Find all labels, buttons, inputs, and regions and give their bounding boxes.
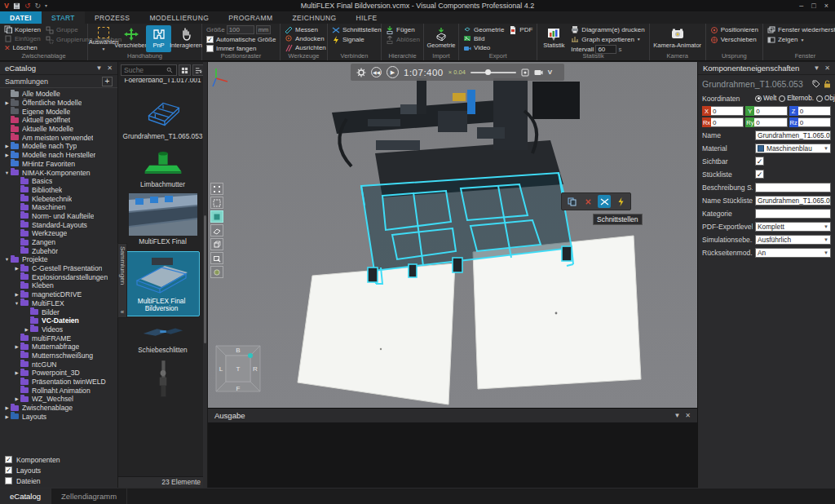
close-panel-icon[interactable]: ✕ xyxy=(685,412,691,419)
tree-item[interactable]: ▶Öffentliche Modelle xyxy=(0,99,117,108)
ribbon-loeschen-button[interactable]: ✕ Löschen xyxy=(2,44,42,52)
pdf-exportlevel-select[interactable]: Komplett▼ xyxy=(755,222,831,232)
tree-item[interactable]: ntcGUN xyxy=(0,360,117,369)
tree-item[interactable]: Kleben xyxy=(0,281,117,290)
redo-icon[interactable]: ↻ xyxy=(35,2,42,10)
customize-toolbar-icon[interactable]: ▾ xyxy=(45,2,47,10)
tree-item[interactable]: Norm- und Kaufteile xyxy=(0,212,117,221)
tree-item[interactable]: Aktuell geöffnet xyxy=(0,116,117,125)
ribbon-ausrichten-button[interactable]: Ausrichten xyxy=(283,44,328,52)
grid-unit-select[interactable]: mm xyxy=(256,25,272,34)
expander-closed-icon[interactable]: ▶ xyxy=(3,405,11,410)
play-button[interactable]: ▶ xyxy=(387,66,399,78)
search-box[interactable] xyxy=(121,64,177,76)
expander-open-icon[interactable]: ▼ xyxy=(3,257,11,262)
catalog-item[interactable]: Schiebeschlitten xyxy=(123,321,202,355)
expander-open-icon[interactable]: ▼ xyxy=(3,170,11,175)
expander-closed-icon[interactable]: ▶ xyxy=(13,292,20,297)
delete-component-icon[interactable] xyxy=(581,195,594,208)
radio-objekt[interactable]: Objekt xyxy=(816,95,835,102)
bom-name-field[interactable]: Grundrahmen_T1.065.053 xyxy=(755,196,831,206)
radio-elternobjekt[interactable]: Elternob. xyxy=(779,95,814,102)
tab-programm[interactable]: PROGRAMM xyxy=(219,11,282,24)
close-panel-icon[interactable]: ✕ xyxy=(824,64,830,72)
pin-icon[interactable]: ▼ xyxy=(95,64,102,72)
tree-item[interactable]: ▶Zwischenablage xyxy=(0,404,117,413)
radio-welt[interactable]: Welt xyxy=(755,95,776,102)
axis-value-field[interactable]: 0 xyxy=(798,117,831,127)
ribbon-kamera-animator-button[interactable]: Kamera-Animator xyxy=(652,25,703,52)
cube-front-label[interactable]: F xyxy=(236,385,241,392)
tree-item[interactable]: Bibliothek xyxy=(0,186,117,195)
view-cube[interactable]: B L T R F xyxy=(214,344,262,395)
cube-left-label[interactable]: L xyxy=(219,365,223,373)
material-select[interactable]: Maschinenblau▼ xyxy=(755,144,831,153)
speed-slider[interactable] xyxy=(471,72,516,73)
bom-description-field[interactable] xyxy=(755,183,831,192)
backface-mode-select[interactable]: An▼ xyxy=(755,248,831,258)
ribbon-auto-groesse-checkbox[interactable]: ✓ Automatische Größe xyxy=(205,36,277,43)
box-select-icon[interactable] xyxy=(210,238,223,250)
tree-item[interactable]: ▶magneticDRIVE xyxy=(0,290,117,299)
ribbon-fenster-wiederherstellen-button[interactable]: Fenster wiederherstellen xyxy=(766,25,835,34)
tree-item[interactable]: Eigene Modelle xyxy=(0,107,117,116)
tree-item[interactable]: MHintz Favoriten xyxy=(0,160,117,169)
ribbon-schnittstellen-button[interactable]: Schnittstellen xyxy=(330,25,383,34)
catalog-item[interactable]: MultiFLEX Final xyxy=(123,193,202,246)
tree-item[interactable]: Zangen xyxy=(0,238,117,247)
tree-item[interactable]: Präsentation twinWELD xyxy=(0,378,117,387)
expander-closed-icon[interactable]: ▶ xyxy=(3,153,11,157)
search-input[interactable] xyxy=(124,66,166,74)
ribbon-statistik-button[interactable]: Statistik xyxy=(540,25,568,52)
save-icon[interactable] xyxy=(13,2,20,10)
ribbon-export-video-button[interactable]: Video xyxy=(462,44,506,52)
signals-toggle-icon[interactable] xyxy=(614,195,627,208)
ribbon-signale-button[interactable]: Signale xyxy=(330,35,383,44)
ribbon-andocken-button[interactable]: Andocken xyxy=(283,34,328,42)
ribbon-zeigen-button[interactable]: Zeigen ▼ xyxy=(766,35,835,44)
ribbon-interagieren-button[interactable]: Interagieren xyxy=(173,25,199,52)
reset-simulation-button[interactable]: ◀◀ xyxy=(371,67,382,77)
tree-item[interactable]: Maschinen xyxy=(0,203,117,212)
tree-item[interactable]: Mutternschweißung xyxy=(0,351,117,360)
viewport-3d[interactable]: ◀◀ ▶ 1:07:400 × 0.04 V xyxy=(208,62,697,408)
lock-icon[interactable] xyxy=(824,80,831,88)
ribbon-abloesen-button[interactable]: Ablösen xyxy=(384,35,422,44)
axis-value-field[interactable]: 0 xyxy=(754,106,787,116)
tab-prozess[interactable]: PROZESS xyxy=(85,11,139,24)
expander-closed-icon[interactable]: ▶ xyxy=(13,396,20,401)
tree-item[interactable]: ▶Layouts xyxy=(0,412,117,421)
tree-item[interactable]: ▼MultiFLEX xyxy=(0,299,117,308)
ribbon-auswaehlen-button[interactable]: Auswählen ▼ xyxy=(91,25,117,52)
category-field[interactable] xyxy=(755,209,831,219)
tree-item[interactable]: Rollnaht Animation xyxy=(0,386,117,395)
catalog-item[interactable] xyxy=(123,359,202,401)
sphere-select-icon[interactable] xyxy=(210,266,223,278)
bottom-tab-zellendiagramm[interactable]: Zellendiagramm xyxy=(51,489,127,504)
tree-item[interactable]: ▶Videos xyxy=(0,325,117,334)
ribbon-kopieren-button[interactable]: Kopieren xyxy=(2,25,42,33)
expander-closed-icon[interactable]: ▶ xyxy=(3,144,11,148)
expander-closed-icon[interactable]: ▶ xyxy=(13,266,20,271)
maximize-button[interactable]: □ xyxy=(811,2,815,10)
tree-item[interactable]: Aktuelle Modelle xyxy=(0,125,117,134)
ribbon-immer-fangen-checkbox[interactable]: ✓ Immer fangen xyxy=(205,45,277,52)
tree-item[interactable]: ▶Powerpoint_3D xyxy=(0,369,117,378)
ribbon-pnp-button[interactable]: PnP xyxy=(146,25,171,52)
catalog-item[interactable]: Foerderband_T1.017.001 xyxy=(123,78,202,90)
expander-closed-icon[interactable]: ▶ xyxy=(13,370,20,375)
filter-komponenten-checkbox[interactable]: ✓Komponenten xyxy=(5,454,113,465)
expander-closed-icon[interactable]: ▶ xyxy=(3,100,11,105)
tab-zeichnung[interactable]: ZEICHNUNG xyxy=(282,11,346,24)
axis-value-field[interactable]: 0 xyxy=(754,117,787,127)
tree-item[interactable]: Klebetechnik xyxy=(0,194,117,203)
cube-back-label[interactable]: B xyxy=(236,347,240,354)
bom-checkbox[interactable]: ✓ xyxy=(755,170,764,179)
collapse-panel-icon[interactable]: « xyxy=(121,308,124,317)
visible-checkbox[interactable]: ✓ xyxy=(755,157,764,166)
minimize-button[interactable]: – xyxy=(799,2,803,10)
tree-item[interactable]: Bilder xyxy=(0,307,117,316)
axis-value-field[interactable]: 0 xyxy=(711,106,744,116)
cube-corner-dot[interactable] xyxy=(248,353,253,358)
tree-item[interactable]: VC-Dateien xyxy=(0,316,117,325)
